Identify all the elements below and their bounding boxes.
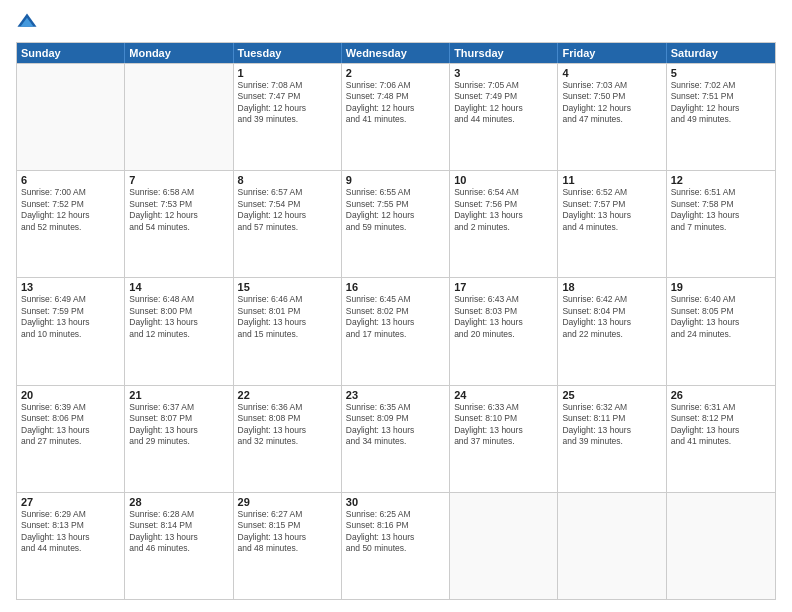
day-cell-13: 13Sunrise: 6:49 AM Sunset: 7:59 PM Dayli… <box>17 278 125 384</box>
day-info: Sunrise: 6:48 AM Sunset: 8:00 PM Dayligh… <box>129 294 228 340</box>
day-info: Sunrise: 7:08 AM Sunset: 7:47 PM Dayligh… <box>238 80 337 126</box>
day-cell-7: 7Sunrise: 6:58 AM Sunset: 7:53 PM Daylig… <box>125 171 233 277</box>
day-cell-8: 8Sunrise: 6:57 AM Sunset: 7:54 PM Daylig… <box>234 171 342 277</box>
day-number: 4 <box>562 67 661 79</box>
day-number: 28 <box>129 496 228 508</box>
day-number: 1 <box>238 67 337 79</box>
day-number: 18 <box>562 281 661 293</box>
day-number: 5 <box>671 67 771 79</box>
day-cell-29: 29Sunrise: 6:27 AM Sunset: 8:15 PM Dayli… <box>234 493 342 599</box>
day-cell-27: 27Sunrise: 6:29 AM Sunset: 8:13 PM Dayli… <box>17 493 125 599</box>
calendar-week-2: 6Sunrise: 7:00 AM Sunset: 7:52 PM Daylig… <box>17 170 775 277</box>
day-info: Sunrise: 6:57 AM Sunset: 7:54 PM Dayligh… <box>238 187 337 233</box>
day-header-monday: Monday <box>125 43 233 63</box>
day-info: Sunrise: 6:33 AM Sunset: 8:10 PM Dayligh… <box>454 402 553 448</box>
day-cell-30: 30Sunrise: 6:25 AM Sunset: 8:16 PM Dayli… <box>342 493 450 599</box>
day-cell-25: 25Sunrise: 6:32 AM Sunset: 8:11 PM Dayli… <box>558 386 666 492</box>
logo <box>16 12 40 34</box>
day-number: 13 <box>21 281 120 293</box>
day-info: Sunrise: 6:36 AM Sunset: 8:08 PM Dayligh… <box>238 402 337 448</box>
day-cell-15: 15Sunrise: 6:46 AM Sunset: 8:01 PM Dayli… <box>234 278 342 384</box>
day-cell-26: 26Sunrise: 6:31 AM Sunset: 8:12 PM Dayli… <box>667 386 775 492</box>
day-number: 16 <box>346 281 445 293</box>
day-number: 9 <box>346 174 445 186</box>
header <box>16 12 776 34</box>
day-cell-4: 4Sunrise: 7:03 AM Sunset: 7:50 PM Daylig… <box>558 64 666 170</box>
day-info: Sunrise: 7:05 AM Sunset: 7:49 PM Dayligh… <box>454 80 553 126</box>
day-number: 2 <box>346 67 445 79</box>
day-number: 25 <box>562 389 661 401</box>
day-number: 17 <box>454 281 553 293</box>
day-info: Sunrise: 6:25 AM Sunset: 8:16 PM Dayligh… <box>346 509 445 555</box>
day-header-friday: Friday <box>558 43 666 63</box>
day-info: Sunrise: 6:28 AM Sunset: 8:14 PM Dayligh… <box>129 509 228 555</box>
day-number: 21 <box>129 389 228 401</box>
day-number: 30 <box>346 496 445 508</box>
day-cell-28: 28Sunrise: 6:28 AM Sunset: 8:14 PM Dayli… <box>125 493 233 599</box>
calendar: SundayMondayTuesdayWednesdayThursdayFrid… <box>16 42 776 600</box>
empty-cell <box>125 64 233 170</box>
day-number: 8 <box>238 174 337 186</box>
day-info: Sunrise: 6:35 AM Sunset: 8:09 PM Dayligh… <box>346 402 445 448</box>
day-info: Sunrise: 7:03 AM Sunset: 7:50 PM Dayligh… <box>562 80 661 126</box>
day-info: Sunrise: 6:32 AM Sunset: 8:11 PM Dayligh… <box>562 402 661 448</box>
calendar-header-row: SundayMondayTuesdayWednesdayThursdayFrid… <box>17 43 775 63</box>
day-header-thursday: Thursday <box>450 43 558 63</box>
day-cell-19: 19Sunrise: 6:40 AM Sunset: 8:05 PM Dayli… <box>667 278 775 384</box>
day-cell-3: 3Sunrise: 7:05 AM Sunset: 7:49 PM Daylig… <box>450 64 558 170</box>
day-info: Sunrise: 6:42 AM Sunset: 8:04 PM Dayligh… <box>562 294 661 340</box>
day-cell-12: 12Sunrise: 6:51 AM Sunset: 7:58 PM Dayli… <box>667 171 775 277</box>
day-number: 7 <box>129 174 228 186</box>
day-number: 19 <box>671 281 771 293</box>
calendar-body: 1Sunrise: 7:08 AM Sunset: 7:47 PM Daylig… <box>17 63 775 599</box>
day-number: 20 <box>21 389 120 401</box>
day-info: Sunrise: 6:43 AM Sunset: 8:03 PM Dayligh… <box>454 294 553 340</box>
day-number: 26 <box>671 389 771 401</box>
day-cell-21: 21Sunrise: 6:37 AM Sunset: 8:07 PM Dayli… <box>125 386 233 492</box>
day-info: Sunrise: 6:45 AM Sunset: 8:02 PM Dayligh… <box>346 294 445 340</box>
day-number: 3 <box>454 67 553 79</box>
day-number: 29 <box>238 496 337 508</box>
day-cell-5: 5Sunrise: 7:02 AM Sunset: 7:51 PM Daylig… <box>667 64 775 170</box>
empty-cell <box>450 493 558 599</box>
day-number: 22 <box>238 389 337 401</box>
day-cell-1: 1Sunrise: 7:08 AM Sunset: 7:47 PM Daylig… <box>234 64 342 170</box>
day-header-sunday: Sunday <box>17 43 125 63</box>
day-info: Sunrise: 6:37 AM Sunset: 8:07 PM Dayligh… <box>129 402 228 448</box>
day-number: 12 <box>671 174 771 186</box>
day-number: 11 <box>562 174 661 186</box>
page: SundayMondayTuesdayWednesdayThursdayFrid… <box>0 0 792 612</box>
logo-icon <box>16 12 38 34</box>
day-cell-17: 17Sunrise: 6:43 AM Sunset: 8:03 PM Dayli… <box>450 278 558 384</box>
day-number: 27 <box>21 496 120 508</box>
day-info: Sunrise: 7:00 AM Sunset: 7:52 PM Dayligh… <box>21 187 120 233</box>
day-number: 23 <box>346 389 445 401</box>
calendar-week-4: 20Sunrise: 6:39 AM Sunset: 8:06 PM Dayli… <box>17 385 775 492</box>
day-number: 24 <box>454 389 553 401</box>
empty-cell <box>667 493 775 599</box>
day-cell-14: 14Sunrise: 6:48 AM Sunset: 8:00 PM Dayli… <box>125 278 233 384</box>
day-info: Sunrise: 6:58 AM Sunset: 7:53 PM Dayligh… <box>129 187 228 233</box>
day-info: Sunrise: 6:29 AM Sunset: 8:13 PM Dayligh… <box>21 509 120 555</box>
day-info: Sunrise: 6:54 AM Sunset: 7:56 PM Dayligh… <box>454 187 553 233</box>
day-info: Sunrise: 6:49 AM Sunset: 7:59 PM Dayligh… <box>21 294 120 340</box>
calendar-week-3: 13Sunrise: 6:49 AM Sunset: 7:59 PM Dayli… <box>17 277 775 384</box>
day-cell-24: 24Sunrise: 6:33 AM Sunset: 8:10 PM Dayli… <box>450 386 558 492</box>
day-number: 14 <box>129 281 228 293</box>
day-cell-23: 23Sunrise: 6:35 AM Sunset: 8:09 PM Dayli… <box>342 386 450 492</box>
day-cell-6: 6Sunrise: 7:00 AM Sunset: 7:52 PM Daylig… <box>17 171 125 277</box>
day-info: Sunrise: 6:55 AM Sunset: 7:55 PM Dayligh… <box>346 187 445 233</box>
day-info: Sunrise: 6:40 AM Sunset: 8:05 PM Dayligh… <box>671 294 771 340</box>
day-cell-18: 18Sunrise: 6:42 AM Sunset: 8:04 PM Dayli… <box>558 278 666 384</box>
day-info: Sunrise: 6:27 AM Sunset: 8:15 PM Dayligh… <box>238 509 337 555</box>
day-info: Sunrise: 6:31 AM Sunset: 8:12 PM Dayligh… <box>671 402 771 448</box>
day-info: Sunrise: 7:02 AM Sunset: 7:51 PM Dayligh… <box>671 80 771 126</box>
day-cell-2: 2Sunrise: 7:06 AM Sunset: 7:48 PM Daylig… <box>342 64 450 170</box>
calendar-week-1: 1Sunrise: 7:08 AM Sunset: 7:47 PM Daylig… <box>17 63 775 170</box>
day-number: 6 <box>21 174 120 186</box>
day-number: 15 <box>238 281 337 293</box>
empty-cell <box>558 493 666 599</box>
day-cell-22: 22Sunrise: 6:36 AM Sunset: 8:08 PM Dayli… <box>234 386 342 492</box>
day-cell-10: 10Sunrise: 6:54 AM Sunset: 7:56 PM Dayli… <box>450 171 558 277</box>
day-cell-11: 11Sunrise: 6:52 AM Sunset: 7:57 PM Dayli… <box>558 171 666 277</box>
